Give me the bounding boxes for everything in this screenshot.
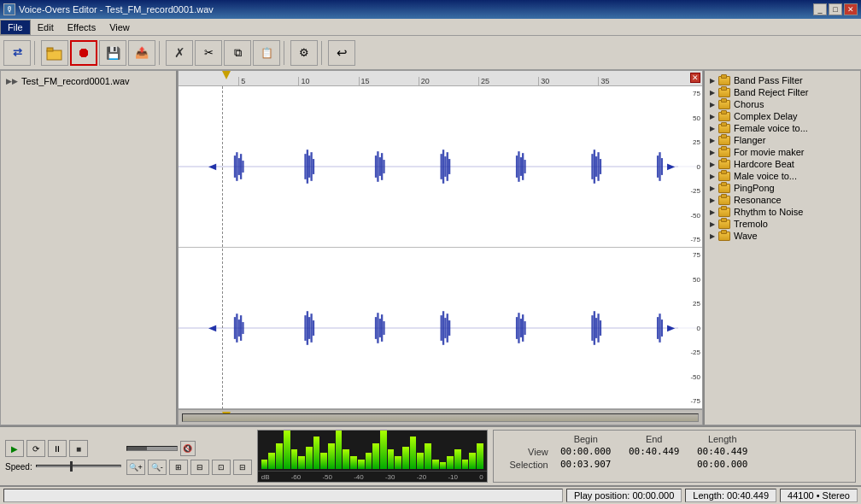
cut-button[interactable]: ✂ bbox=[195, 40, 222, 66]
zoom-fit-button[interactable]: ⊡ bbox=[212, 460, 231, 475]
effect-folder-icon bbox=[718, 220, 730, 229]
waveform-scrollbar[interactable] bbox=[179, 409, 702, 425]
svg-rect-73 bbox=[661, 319, 663, 337]
track-item-1[interactable]: ▶▶ Test_FM_record0001.wav bbox=[4, 74, 173, 88]
left-panel: ▶▶ Test_FM_record0001.wav bbox=[0, 70, 178, 425]
speed-slider[interactable] bbox=[36, 460, 121, 472]
effect-folder-icon bbox=[718, 88, 730, 97]
title-bar: 🎙 Voice-Overs Editor - Test_FM_record000… bbox=[0, 0, 861, 19]
svg-rect-59 bbox=[447, 314, 448, 343]
zoom-out-h-button[interactable]: ⊟ bbox=[190, 460, 209, 475]
maximize-button[interactable]: □ bbox=[829, 3, 842, 15]
effect-rhythm-to-noise[interactable]: ▶ Rhythm to Noise bbox=[708, 206, 857, 218]
svg-rect-49 bbox=[310, 314, 312, 343]
save-button[interactable]: 💾 bbox=[99, 40, 126, 66]
scrollbar-track[interactable] bbox=[182, 413, 699, 422]
svg-rect-18 bbox=[383, 160, 384, 173]
spectrum-bar bbox=[336, 431, 343, 469]
view-row: View 00:00.000 00:40.449 00:40.449 bbox=[501, 446, 848, 457]
title-bar-controls[interactable]: _ □ ✕ bbox=[813, 3, 858, 15]
svg-rect-17 bbox=[381, 153, 383, 180]
window-title: Voice-Overs Editor - Test_FM_record0001.… bbox=[19, 4, 214, 15]
process-button[interactable]: ⚙ bbox=[290, 40, 318, 66]
spectrum-bar bbox=[410, 437, 417, 469]
svg-rect-11 bbox=[308, 155, 310, 178]
effect-band-pass-filter[interactable]: ▶ Band Pass Filter bbox=[708, 74, 857, 86]
spectrum-labels: dB -60 -50 -40 -30 -20 -10 0 bbox=[258, 471, 487, 482]
effect-wave[interactable]: ▶ Wave bbox=[708, 230, 857, 242]
stop-button[interactable]: ■ bbox=[69, 440, 88, 457]
header-begin: Begin bbox=[552, 434, 620, 444]
svg-rect-58 bbox=[444, 318, 446, 338]
y-labels-2: 75 50 25 0 -25 -50 -75 bbox=[678, 248, 702, 408]
effect-folder-icon bbox=[718, 112, 730, 121]
effect-female-voice[interactable]: ▶ Female voice to... bbox=[708, 122, 857, 134]
scrollbar-thumb[interactable] bbox=[183, 414, 698, 421]
effect-label: Hardcore Beat bbox=[734, 159, 794, 169]
effect-hardcore-beat[interactable]: ▶ Hardcore Beat bbox=[708, 158, 857, 170]
effect-complex-delay[interactable]: ▶ Complex Delay bbox=[708, 110, 857, 122]
close-button[interactable]: ✕ bbox=[844, 3, 858, 15]
waveform-tracks[interactable]: 75 50 25 0 -25 -50 -75 bbox=[179, 86, 702, 409]
menu-edit[interactable]: Edit bbox=[31, 21, 61, 34]
effect-for-movie-maker[interactable]: ▶ For movie maker bbox=[708, 146, 857, 158]
svg-text:▶: ▶ bbox=[667, 323, 676, 332]
minimize-button[interactable]: _ bbox=[813, 3, 827, 15]
svg-rect-34 bbox=[657, 155, 659, 178]
effect-pingpong[interactable]: ▶ PingPong bbox=[708, 182, 857, 194]
svg-rect-26 bbox=[520, 157, 522, 176]
copy-button[interactable]: ⧉ bbox=[224, 40, 251, 66]
spectrum-bar bbox=[402, 447, 409, 469]
spectrum-bar bbox=[372, 443, 379, 469]
menu-file[interactable]: File bbox=[0, 20, 31, 35]
zoom-in-button[interactable]: 🔍+ bbox=[126, 460, 145, 475]
navigate-button[interactable]: ⇄ bbox=[3, 40, 31, 66]
effect-band-reject-filter[interactable]: ▶ Band Reject Filter bbox=[708, 86, 857, 98]
svg-rect-57 bbox=[442, 311, 444, 345]
spectrum-bar bbox=[306, 447, 313, 469]
open-button[interactable] bbox=[41, 40, 68, 66]
status-empty bbox=[3, 489, 563, 502]
effect-male-voice[interactable]: ▶ Male voice to... bbox=[708, 170, 857, 182]
volume-slider[interactable] bbox=[126, 446, 178, 451]
paste-button[interactable]: 📋 bbox=[253, 40, 280, 66]
svg-rect-45 bbox=[242, 322, 243, 334]
export-button[interactable]: 📤 bbox=[128, 40, 155, 66]
effect-chorus[interactable]: ▶ Chorus bbox=[708, 98, 857, 110]
main-content: ▶▶ Test_FM_record0001.wav ✕ 5 10 15 20 2… bbox=[0, 70, 861, 425]
info-panel: Begin End Length View 00:00.000 00:40.44… bbox=[493, 430, 856, 483]
play-button[interactable]: ▶ bbox=[5, 440, 24, 457]
track-play-icon: ▶▶ bbox=[6, 77, 18, 85]
svg-rect-63 bbox=[520, 319, 522, 337]
mute-button[interactable]: 🔇 bbox=[180, 441, 196, 456]
zoom-out-button[interactable]: 🔍- bbox=[148, 460, 167, 475]
svg-rect-16 bbox=[379, 157, 381, 176]
effect-resonance[interactable]: ▶ Resonance bbox=[708, 194, 857, 206]
menu-view[interactable]: View bbox=[102, 21, 137, 34]
volume-level bbox=[127, 447, 147, 450]
waveform-track-2[interactable]: 75 50 25 0 -25 -50 -75 bbox=[179, 248, 702, 409]
undo-button[interactable]: ↩ bbox=[328, 40, 355, 66]
spectrum-bar bbox=[366, 453, 372, 469]
info-header: Begin End Length bbox=[501, 434, 848, 444]
zoom-in-h-button[interactable]: ⊞ bbox=[169, 460, 188, 475]
spectrum-bar bbox=[313, 437, 320, 469]
speed-thumb[interactable] bbox=[70, 461, 73, 472]
effect-tremolo[interactable]: ▶ Tremolo bbox=[708, 218, 857, 230]
pause-button[interactable]: ⏸ bbox=[48, 440, 67, 457]
effect-arrow-icon: ▶ bbox=[710, 101, 715, 108]
menu-effects[interactable]: Effects bbox=[61, 21, 102, 34]
waveform-close-button[interactable]: ✕ bbox=[690, 73, 700, 83]
view-label: View bbox=[501, 447, 552, 457]
app-icon: 🎙 bbox=[3, 3, 15, 15]
waveform-track-1[interactable]: 75 50 25 0 -25 -50 -75 bbox=[179, 86, 702, 248]
loop-button[interactable]: ⟳ bbox=[26, 440, 45, 457]
delete-button[interactable]: ✗ bbox=[166, 40, 193, 66]
zoom-selection-button[interactable]: ⊟ bbox=[233, 460, 252, 475]
record-button[interactable]: ⏺ bbox=[70, 40, 97, 66]
svg-rect-29 bbox=[591, 154, 593, 179]
ruler-tick-25: 25 bbox=[478, 77, 489, 85]
effect-flanger[interactable]: ▶ Flanger bbox=[708, 134, 857, 146]
effect-arrow-icon: ▶ bbox=[710, 125, 715, 132]
svg-rect-64 bbox=[522, 314, 524, 342]
